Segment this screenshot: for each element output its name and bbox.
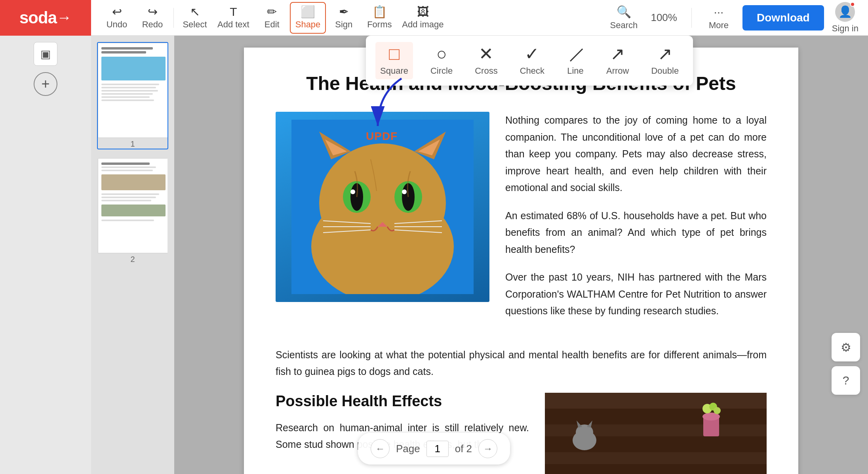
shape-check[interactable]: ✓ Check [515, 42, 549, 79]
check-label: Check [520, 66, 544, 76]
layout-button[interactable]: ▣ [34, 42, 57, 66]
sign-icon: ✒ [339, 6, 349, 18]
page-input[interactable] [426, 441, 449, 457]
pdf-para-1: Nothing compares to the joy of coming ho… [505, 112, 767, 196]
shape-arrow[interactable]: ↗ Arrow [602, 42, 634, 79]
logo-arrow: → [57, 9, 72, 26]
settings-icon: ⚙ [841, 340, 851, 354]
pdf-section-title: Possible Health Effects [276, 393, 529, 410]
search-button[interactable]: 🔍 Search [608, 5, 640, 31]
line-label: Line [567, 66, 584, 76]
svg-point-34 [714, 407, 721, 414]
logo-text: soda [19, 8, 57, 27]
undo-button[interactable]: ↩ Undo [99, 2, 135, 34]
more-button[interactable]: ··· More [703, 5, 735, 31]
double-label: Double [651, 66, 679, 76]
select-label: Select [183, 19, 207, 30]
right-panel: ⚙ ? [832, 333, 860, 395]
cross-icon: ✕ [479, 45, 493, 63]
help-button[interactable]: ? [832, 366, 860, 395]
svg-point-12 [350, 189, 355, 194]
redo-icon: ↪ [148, 6, 158, 18]
shape-label: Shape [295, 19, 321, 30]
page-nav: ← Page of 2 → [358, 433, 510, 464]
signin-label: Sign in [832, 23, 858, 34]
add-text-button[interactable]: T Add text [213, 2, 254, 34]
forms-label: Forms [367, 19, 392, 30]
shape-double[interactable]: ↗ Double [646, 42, 683, 79]
thumbnail-page-1[interactable]: 1 [97, 42, 168, 149]
logo: soda→ [0, 0, 91, 36]
sign-button[interactable]: ✒ Sign [326, 2, 362, 34]
double-icon: ↗ [658, 45, 672, 63]
forms-button[interactable]: 📋 Forms [362, 2, 397, 34]
settings-button[interactable]: ⚙ [832, 333, 860, 361]
prev-page-button[interactable]: ← [371, 439, 390, 458]
pdf-text-block: Nothing compares to the joy of coming ho… [505, 112, 767, 331]
undo-label: Undo [107, 19, 128, 30]
thumbnail-page-2[interactable]: 2 [97, 157, 168, 265]
toolbar-actions: ↩ Undo ↪ Redo ↖ Select T Add text ✏ Edit… [91, 2, 608, 34]
shape-button[interactable]: ⬜ Shape [290, 2, 326, 34]
line-icon: — [563, 42, 588, 66]
shape-dropdown: □ Square ○ Circle ✕ Cross ✓ Check — Line… [366, 36, 693, 86]
svg-point-13 [402, 189, 407, 194]
signin-button[interactable]: 👤 Sign in [832, 2, 858, 34]
search-icon: 🔍 [617, 5, 631, 19]
add-page-button[interactable]: + [34, 72, 57, 96]
cross-label: Cross [475, 66, 497, 76]
circle-label: Circle [430, 66, 453, 76]
arrow-label: Arrow [606, 66, 629, 76]
thumb-num-1: 1 [98, 140, 168, 149]
pdf-para-3: Over the past 10 years, NIH has partnere… [505, 269, 767, 319]
thumbnail-panel: 1 2 [91, 36, 174, 474]
more-icon: ··· [714, 5, 723, 19]
thumb-img-1 [98, 43, 168, 138]
page-total: of 2 [455, 443, 472, 455]
select-button[interactable]: ↖ Select [177, 2, 213, 34]
shape-circle[interactable]: ○ Circle [426, 42, 457, 79]
redo-button[interactable]: ↪ Redo [135, 2, 170, 34]
shape-square[interactable]: □ Square [375, 42, 413, 79]
redo-label: Redo [142, 19, 163, 30]
arrow-icon: ↗ [610, 45, 625, 63]
add-image-icon: 🖼 [417, 6, 429, 18]
shape-cross[interactable]: ✕ Cross [470, 42, 502, 79]
help-icon: ? [843, 374, 849, 387]
thumb-img-2 [98, 158, 168, 253]
next-page-button[interactable]: → [478, 439, 497, 458]
shape-line[interactable]: — Line [562, 42, 589, 79]
check-icon: ✓ [525, 45, 539, 63]
square-icon: □ [389, 45, 400, 63]
divider-2 [691, 8, 692, 28]
edit-label: Edit [265, 19, 280, 30]
search-label: Search [610, 20, 638, 31]
svg-rect-22 [545, 393, 767, 409]
cat-image [276, 112, 489, 302]
main-area: ▣ + 1 [0, 36, 868, 474]
doc-area[interactable]: □ Square ○ Circle ✕ Cross ✓ Check — Line… [174, 36, 868, 474]
edit-button[interactable]: ✏ Edit [254, 2, 290, 34]
page-label: Page [396, 443, 420, 455]
pdf-bottom-img [545, 393, 767, 474]
pdf-para-2: An estimated 68% of U.S. households have… [505, 207, 767, 258]
avatar: 👤 [835, 2, 855, 22]
pdf-content-row: Nothing compares to the joy of coming ho… [276, 112, 767, 331]
cat-placeholder [276, 112, 489, 302]
pdf-page: The Health and Mood-Boosting Benefits of… [244, 48, 798, 474]
add-text-label: Add text [217, 19, 249, 30]
download-button[interactable]: Download [742, 5, 824, 31]
select-icon: ↖ [190, 6, 200, 18]
toolbar-right: 🔍 Search 100% ··· More Download 👤 Sign i… [608, 2, 868, 34]
add-image-button[interactable]: 🖼 Add image [397, 2, 448, 34]
sidebar: ▣ + [0, 36, 91, 474]
cat-svg [291, 120, 474, 294]
thumb-num-2: 2 [98, 255, 168, 264]
shelf-svg [545, 393, 767, 474]
pdf-bottom-row: Possible Health Effects Research on huma… [276, 393, 767, 474]
svg-rect-24 [545, 452, 767, 464]
forms-icon: 📋 [372, 6, 387, 18]
signin-dot [850, 2, 855, 7]
svg-point-3 [319, 143, 446, 262]
edit-icon: ✏ [267, 6, 277, 18]
